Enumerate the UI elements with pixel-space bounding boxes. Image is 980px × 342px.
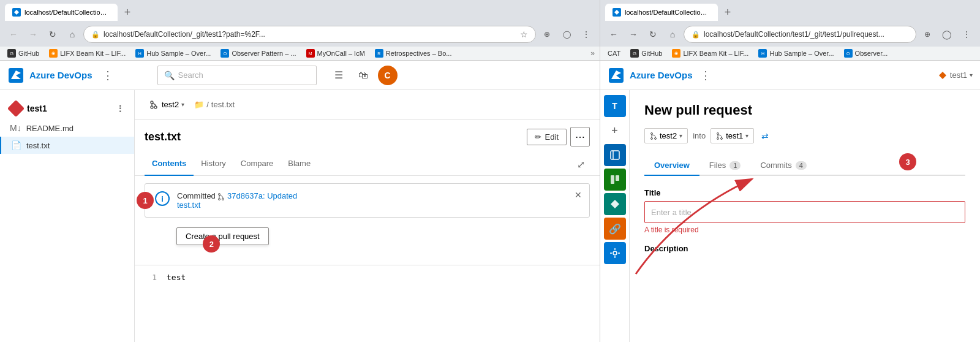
from-branch-chip[interactable]: test2 ▾ [644,128,688,143]
sidebar-icon-board[interactable] [604,169,626,191]
reload-btn[interactable]: ↻ [44,26,61,43]
bookmark-lifx[interactable]: ◉ LIFX Beam Kit – LIF... [47,48,128,59]
right-sidebar: T + [600,90,630,342]
pr-tabs: Overview Files 1 Commits 4 [644,156,965,176]
svg-point-5 [154,106,157,108]
files-badge: 1 [729,161,741,170]
sidebar-icon-pipeline[interactable]: 🔗 [604,218,626,240]
branch-selector[interactable]: test2 ▾ [145,97,189,112]
ado-logo[interactable]: Azure DevOps [7,67,92,84]
ado-nav-dots[interactable]: ⋮ [102,69,113,82]
right-reload-btn[interactable]: ↻ [644,26,662,43]
close-banner-btn[interactable]: ✕ [572,189,584,201]
commit-hash-link[interactable]: 37d8637a: Updated [227,191,297,200]
sidebar-item-label: README.md [26,124,74,133]
back-btn[interactable]: ← [5,26,22,43]
pr-tab-overview[interactable]: Overview [644,156,699,176]
bag-icon-btn[interactable]: 🛍 [353,66,373,85]
step-2-label: 2 [209,240,214,249]
extensions-btn[interactable]: ⊕ [538,26,556,43]
right-extensions-btn[interactable]: ⊕ [919,26,936,43]
pr-tab-files-label: Files [709,161,726,170]
pr-tab-files[interactable]: Files 1 [699,156,751,176]
search-input[interactable] [178,70,288,80]
bookmark-retro[interactable]: R Retrospectives – Bo... [372,48,454,59]
new-tab-btn[interactable]: + [119,4,136,21]
svg-point-8 [219,198,221,200]
right-forward-btn[interactable]: → [625,26,642,43]
sidebar-icon-home[interactable]: T [604,95,626,117]
file-name: test.txt [145,131,181,143]
home-btn[interactable]: ⌂ [64,26,81,43]
menu-btn[interactable]: ⋮ [578,26,595,43]
sidebar-icon-diamond[interactable] [604,193,626,215]
user-avatar[interactable]: C [378,66,398,85]
sidebar-icon-gear[interactable] [604,242,626,264]
commit-file-link[interactable]: test.txt [177,200,200,210]
pr-btn-container: Create a pull request 2 [154,225,269,245]
right-bookmark-cat[interactable]: CAT [605,48,623,58]
bookmark-hub[interactable]: H Hub Sample – Over... [133,48,213,59]
right-lock-icon: 🔒 [692,31,700,39]
right-home-btn[interactable]: ⌂ [664,26,681,43]
right-menu-btn[interactable]: ⋮ [958,26,975,43]
bookmark-label: Hub Sample – Over... [769,50,834,57]
tab-blame[interactable]: Blame [281,154,318,176]
right-browser-controls: ← → ↻ ⌂ 🔒 localhost/DefaultCollection/te… [605,23,975,47]
right-bookmark-hub[interactable]: H Hub Sample – Over... [756,48,836,59]
gear-icon [609,248,620,259]
bookmark-label: LIFX Beam Kit – LIF... [60,50,126,57]
address-bar[interactable]: 🔒 localhost/DefaultCollection/_git/test1… [83,26,536,43]
left-sidebar: test1 ⋮ M↓ README.md 📄 test.txt [0,90,135,342]
project-options[interactable]: ⋮ [116,104,124,113]
right-address-bar[interactable]: 🔒 localhost/DefaultCollection/test1/_git… [684,26,916,43]
sidebar-item-label: test.txt [26,141,50,150]
bookmark-myoncall[interactable]: M MyOnCall – IcM [304,48,368,59]
right-browser-tab[interactable]: localhost/DefaultCollection/test1/_git/t… [605,4,718,21]
pr-tab-commits-label: Commits [760,161,791,170]
line-number: 1 [145,273,157,282]
to-branch-chip[interactable]: test1 ▾ [710,128,754,143]
right-bookmark-lifx[interactable]: ◉ LIFX Beam Kit – LIF... [669,48,751,59]
create-pull-request-btn[interactable]: Create a pull request [176,227,269,245]
forward-btn[interactable]: → [24,26,42,43]
bookmark-label: Retrospectives – Bo... [386,50,452,57]
file-icon: 📄 [11,140,21,150]
right-profile-btn[interactable]: ◯ [938,26,956,43]
step-3-badge: 3 [899,153,916,170]
search-box[interactable]: 🔍 [157,66,317,85]
star-btn[interactable]: ☆ [520,29,528,39]
pr-tab-commits[interactable]: Commits 4 [750,156,816,176]
left-browser-tab[interactable]: localhost/DefaultCollection/_git/test1?p… [5,4,118,21]
bookmark-observer[interactable]: O Observer Pattern – ... [218,48,298,59]
sidebar-project[interactable]: test1 ⋮ [0,97,134,120]
sidebar-item-readme[interactable]: M↓ README.md [0,120,134,137]
sidebar-icon-plus[interactable]: + [604,120,626,142]
profile-btn[interactable]: ◯ [558,26,575,43]
right-ado-logo[interactable]: Azure DevOps [608,67,693,84]
pr-title-input[interactable] [644,201,965,223]
bookmark-github[interactable]: G GitHub [5,48,42,59]
sidebar-item-testtxt[interactable]: 📄 test.txt [0,137,134,154]
right-ado-nav-dots[interactable]: ⋮ [700,69,711,82]
right-new-tab-btn[interactable]: + [719,4,736,21]
right-project-icon [938,70,948,80]
right-project-selector[interactable]: test1 ▾ [938,70,973,80]
lifx-favicon: ◉ [49,49,58,58]
right-bookmark-github[interactable]: G GitHub [628,48,665,59]
tab-history[interactable]: History [194,154,233,176]
expand-icon[interactable]: ⤢ [572,154,590,175]
edit-button[interactable]: ✏ Edit [527,129,567,145]
tab-compare[interactable]: Compare [233,154,281,176]
list-icon-btn[interactable]: ☰ [329,66,349,85]
edit-icon: ✏ [535,132,541,142]
sidebar-icon-repos[interactable] [604,144,626,166]
more-options-btn[interactable]: ⋯ [570,127,590,146]
tab-contents[interactable]: Contents [145,154,194,176]
right-project-name: test1 [950,70,967,80]
right-back-btn[interactable]: ← [605,26,622,43]
right-bookmark-observer[interactable]: O Observer... [842,48,891,59]
bookmarks-more[interactable]: » [590,49,595,58]
into-label: into [693,131,706,140]
transfer-icon[interactable]: ⇄ [759,129,771,143]
